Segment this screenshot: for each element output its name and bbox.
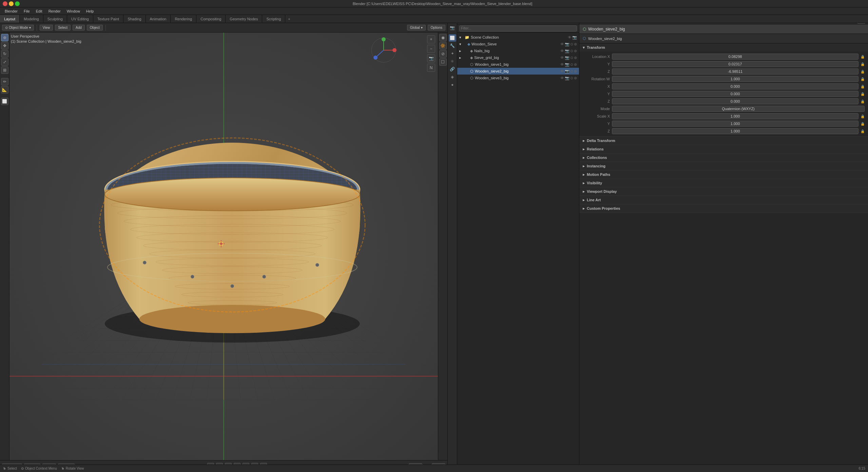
annotate-tool[interactable]: ✏ (1, 78, 8, 85)
tab-modeling[interactable]: Modeling (20, 15, 43, 23)
prop-modifier-icon[interactable]: 🔧 (449, 42, 456, 49)
select-menu[interactable]: Select (55, 25, 71, 30)
lock-z-icon[interactable]: 🔒 (861, 70, 865, 74)
vis-render-icon[interactable]: 📷 (565, 56, 570, 60)
add-workspace-button[interactable]: + (285, 15, 293, 23)
rotate-tool[interactable]: ↻ (1, 50, 8, 58)
vis-extra2-icon[interactable]: ⊛ (574, 62, 577, 67)
visibility-header[interactable]: ▸ Visibility (579, 179, 868, 187)
outliner-item-sieve-grid-big[interactable]: ▸ ◆ Sieve_grid_big 👁 📷 ⊙ ⊛ (457, 54, 579, 61)
transform-dropdown[interactable]: Global ▾ (407, 25, 426, 30)
location-y-field[interactable]: 0.02317 (612, 61, 859, 67)
lock-sy-icon[interactable]: 🔒 (861, 122, 865, 126)
viewport-shading-material[interactable]: ◉ (439, 34, 447, 41)
viewport-shading-rendered[interactable]: 🔆 (439, 42, 447, 49)
menu-blender[interactable]: Blender (2, 8, 20, 14)
vis-extra-icon[interactable]: ⊙ (570, 56, 573, 60)
transform-section-header[interactable]: ▾ Transform (579, 43, 868, 52)
prop-object-icon[interactable]: ⬜ (449, 34, 456, 42)
options-button[interactable]: Options (428, 25, 445, 30)
vis-eye-icon[interactable]: 👁 (560, 42, 564, 46)
prop-material-icon[interactable]: ● (449, 81, 456, 88)
lock-rz-icon[interactable]: 🔒 (861, 100, 865, 103)
outliner-item-wooden-sieve[interactable]: ▾ ◆ Wooden_Sieve 👁 📷 ⊙ ⊛ (457, 41, 579, 47)
lock-sz-icon[interactable]: 🔒 (861, 129, 865, 133)
tab-geometry-nodes[interactable]: Geometry Nodes (226, 15, 262, 23)
object-mode-dropdown[interactable]: ⊙ Object Mode ▾ (2, 25, 34, 30)
rotation-mode-field[interactable]: Quaternion (WXYZ) (612, 106, 865, 112)
custom-properties-header[interactable]: ▸ Custom Properties (579, 204, 868, 212)
vis-extra-icon[interactable]: ⊙ (570, 76, 573, 80)
scale-z-field[interactable]: 1.000 (612, 128, 859, 134)
add-object-tool[interactable]: ⬜ (1, 98, 8, 105)
tab-scripting[interactable]: Scripting (262, 15, 285, 23)
menu-edit[interactable]: Edit (33, 8, 45, 14)
menu-window[interactable]: Window (64, 8, 83, 14)
view-menu[interactable]: View (40, 25, 53, 30)
location-z-field[interactable]: -6.98511 (612, 68, 859, 75)
line-art-header[interactable]: ▸ Line Art (579, 196, 868, 204)
vis-eye-icon[interactable]: 👁 (568, 35, 572, 40)
outliner-item-nails-big[interactable]: ▸ ◆ Nails_big 👁 📷 ⊙ ⊛ (457, 47, 579, 54)
vis-eye-icon[interactable]: 👁 (560, 69, 564, 74)
menu-help[interactable]: Help (83, 8, 97, 14)
close-button[interactable] (3, 1, 7, 6)
outliner-search-input[interactable] (459, 25, 577, 32)
scale-tool[interactable]: ⤢ (1, 58, 8, 66)
zoom-in-button[interactable]: + (427, 35, 435, 43)
vis-extra-icon[interactable]: ⊙ (570, 62, 573, 67)
move-tool[interactable]: ✥ (1, 42, 8, 49)
collections-header[interactable]: ▸ Collections (579, 153, 868, 162)
navigation-gizmo[interactable]: X Y Z (370, 37, 397, 64)
scale-y-field[interactable]: 1.000 (612, 121, 859, 127)
motion-paths-header[interactable]: ▸ Motion Paths (579, 170, 868, 179)
vis-extra2-icon[interactable]: ⊛ (574, 69, 577, 74)
location-x-field[interactable]: 0.08298 (612, 54, 859, 60)
viewport-3d[interactable]: User Perspective (1) Scene Collection | … (9, 33, 438, 460)
scale-x-field[interactable]: 1.000 (612, 113, 859, 119)
tab-rendering[interactable]: Rendering (171, 15, 196, 23)
tab-layout[interactable]: Layout (0, 15, 20, 23)
tab-shading[interactable]: Shading (123, 15, 146, 23)
menu-file[interactable]: File (21, 8, 33, 14)
vis-render-icon[interactable]: 📷 (565, 76, 570, 80)
menu-render[interactable]: Render (46, 8, 63, 14)
object-menu[interactable]: Object (87, 25, 103, 30)
vis-extra-icon[interactable]: ⊙ (570, 69, 573, 74)
vis-eye-icon[interactable]: 👁 (560, 56, 564, 60)
vis-extra-icon[interactable]: ⊙ (570, 42, 573, 46)
vis-extra2-icon[interactable]: ⊛ (574, 76, 577, 80)
tab-uv-editing[interactable]: UV Editing (67, 15, 93, 23)
maximize-button[interactable] (15, 1, 20, 6)
vis-render-icon[interactable]: 📷 (572, 35, 577, 40)
outliner-item-wooden-sieve1[interactable]: ⬡ Wooden_sieve1_big 👁 📷 ⊙ ⊛ (457, 61, 579, 68)
vis-eye-icon[interactable]: 👁 (560, 62, 564, 67)
zoom-out-button[interactable]: − (427, 45, 435, 53)
lock-rx-icon[interactable]: 🔒 (861, 85, 865, 88)
prop-constraint-icon[interactable]: 🔗 (449, 65, 456, 73)
vis-extra2-icon[interactable]: ⊛ (574, 42, 577, 46)
transform-tool[interactable]: ⊞ (1, 66, 8, 74)
lock-y-icon[interactable]: 🔒 (861, 62, 865, 66)
add-menu[interactable]: Add (73, 25, 85, 30)
instancing-header[interactable]: ▸ Instancing (579, 162, 868, 170)
vis-render-icon[interactable]: 📷 (565, 42, 570, 46)
lock-ry-icon[interactable]: 🔒 (861, 92, 865, 96)
rotation-w-field[interactable]: 1.000 (612, 76, 859, 82)
vis-extra2-icon[interactable]: ⊛ (574, 56, 577, 60)
vis-render-icon[interactable]: 📷 (565, 69, 570, 74)
tab-animation[interactable]: Animation (146, 15, 171, 23)
relations-header[interactable]: ▸ Relations (579, 145, 868, 153)
vis-eye-icon[interactable]: 👁 (560, 49, 564, 53)
xray-toggle[interactable]: ☐ (439, 58, 447, 66)
vis-render-icon[interactable]: 📷 (565, 49, 570, 53)
outliner-item-scene-collection[interactable]: ▾ 📁 Scene Collection 👁 📷 (457, 34, 579, 41)
tab-sculpting[interactable]: Sculpting (43, 15, 67, 23)
camera-view-button[interactable]: 📷 (427, 54, 435, 62)
prop-data-icon[interactable]: ◈ (449, 73, 456, 81)
vis-eye-icon[interactable]: 👁 (560, 76, 564, 80)
rotation-x-field[interactable]: 0.000 (612, 83, 859, 89)
vis-extra-icon[interactable]: ⊙ (570, 49, 573, 53)
lock-rw-icon[interactable]: 🔒 (861, 77, 865, 81)
prop-physics-icon[interactable]: ⚛ (449, 58, 456, 65)
